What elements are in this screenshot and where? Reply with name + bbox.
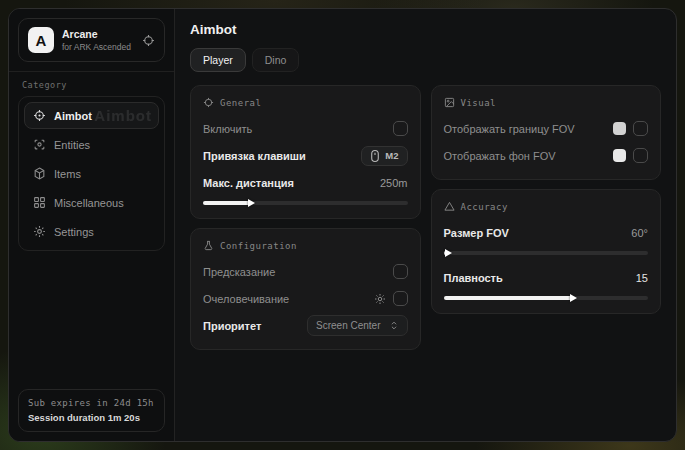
accuracy-panel: Accuracy Размер FOV 60° Плавность 15 bbox=[431, 189, 662, 314]
panel-title: Visual bbox=[461, 98, 497, 108]
sidebar: A Arcane for ARK Ascended Category bbox=[9, 9, 175, 441]
smoothness-value: 15 bbox=[636, 272, 648, 284]
target-icon bbox=[203, 97, 214, 108]
sidebar-item-items[interactable]: Items bbox=[24, 160, 159, 187]
sub-expires-text: Sub expires in 24d 15h bbox=[28, 398, 155, 408]
divider bbox=[9, 71, 174, 72]
enable-checkbox[interactable] bbox=[393, 121, 408, 136]
enable-label: Включить bbox=[203, 123, 252, 135]
priority-value: Screen Center bbox=[316, 320, 380, 331]
subscription-card: Sub expires in 24d 15h Session duration … bbox=[18, 389, 165, 432]
sidebar-item-settings[interactable]: Settings bbox=[24, 218, 159, 245]
panel-title: General bbox=[220, 98, 261, 108]
sidebar-item-entities[interactable]: Entities bbox=[24, 131, 159, 158]
main-content: Aimbot Player Dino General bbox=[175, 9, 676, 441]
brand-name: Arcane bbox=[62, 28, 134, 40]
gear-icon bbox=[33, 225, 46, 238]
slider-thumb[interactable] bbox=[570, 294, 577, 302]
sidebar-item-label: Aimbot bbox=[54, 110, 92, 122]
visual-panel: Visual Отображать границу FOV Отображать… bbox=[431, 85, 662, 180]
general-panel: General Включить Привязка клавиши bbox=[190, 85, 421, 219]
sidebar-nav: Aimbot Aimbot Entities bbox=[18, 96, 165, 251]
humanize-label: Очеловечивание bbox=[203, 293, 289, 305]
crosshair-icon bbox=[33, 109, 46, 122]
humanize-settings-gear-icon[interactable] bbox=[374, 293, 386, 305]
triangle-icon bbox=[444, 201, 455, 212]
sidebar-item-label: Entities bbox=[54, 139, 90, 151]
max-distance-label: Макс. дистанция bbox=[203, 177, 294, 189]
sidebar-item-label: Items bbox=[54, 168, 81, 180]
fov-bg-color-swatch[interactable] bbox=[613, 149, 626, 162]
fov-bg-checkbox[interactable] bbox=[633, 148, 648, 163]
keybind-button[interactable]: M2 bbox=[361, 146, 407, 166]
chevrons-up-down-icon bbox=[389, 320, 399, 331]
fov-border-label: Отображать границу FOV bbox=[444, 123, 575, 135]
sidebar-item-aimbot[interactable]: Aimbot Aimbot bbox=[24, 102, 159, 129]
entities-icon bbox=[33, 138, 46, 151]
session-duration-text: Session duration 1m 20s bbox=[28, 412, 155, 423]
mouse-icon bbox=[370, 150, 380, 162]
package-icon bbox=[33, 167, 46, 180]
smoothness-label: Плавность bbox=[444, 272, 503, 284]
slider-thumb[interactable] bbox=[445, 249, 452, 257]
prediction-label: Предсказание bbox=[203, 266, 275, 278]
fov-size-slider[interactable] bbox=[444, 251, 649, 255]
max-distance-slider[interactable] bbox=[203, 201, 408, 205]
sidebar-item-label: Miscellaneous bbox=[54, 197, 124, 209]
tab-bar: Player Dino bbox=[190, 48, 661, 72]
fov-size-label: Размер FOV bbox=[444, 227, 509, 239]
cheat-menu-window: A Arcane for ARK Ascended Category bbox=[8, 8, 677, 442]
priority-label: Приоритет bbox=[203, 320, 261, 332]
brand-card: A Arcane for ARK Ascended bbox=[18, 18, 165, 62]
fov-size-value: 60° bbox=[631, 227, 648, 239]
fov-border-color-swatch[interactable] bbox=[613, 122, 626, 135]
keybind-value: M2 bbox=[385, 150, 398, 161]
prediction-checkbox[interactable] bbox=[393, 264, 408, 279]
aimbot-watermark: Aimbot bbox=[94, 107, 152, 124]
target-icon[interactable] bbox=[142, 34, 155, 47]
page-title: Aimbot bbox=[190, 22, 661, 37]
priority-dropdown[interactable]: Screen Center bbox=[307, 315, 407, 336]
fov-bg-label: Отображать фон FOV bbox=[444, 150, 556, 162]
fov-border-checkbox[interactable] bbox=[633, 121, 648, 136]
panel-title: Configuration bbox=[220, 241, 297, 251]
brand-logo: A bbox=[28, 27, 54, 53]
sidebar-item-label: Settings bbox=[54, 226, 94, 238]
panel-title: Accuracy bbox=[461, 202, 508, 212]
configuration-panel: Configuration Предсказание Очеловечивани… bbox=[190, 228, 421, 350]
category-label: Category bbox=[22, 80, 163, 90]
tab-dino[interactable]: Dino bbox=[252, 48, 300, 72]
keybind-label: Привязка клавиши bbox=[203, 150, 306, 162]
image-icon bbox=[444, 97, 455, 108]
slider-thumb[interactable] bbox=[248, 199, 255, 207]
tab-player[interactable]: Player bbox=[190, 48, 246, 72]
flask-icon bbox=[203, 240, 214, 251]
brand-subtitle: for ARK Ascended bbox=[62, 42, 134, 52]
sidebar-item-miscellaneous[interactable]: Miscellaneous bbox=[24, 189, 159, 216]
grid-icon bbox=[33, 196, 46, 209]
max-distance-value: 250m bbox=[380, 177, 408, 189]
smoothness-slider[interactable] bbox=[444, 296, 649, 300]
humanize-checkbox[interactable] bbox=[393, 291, 408, 306]
